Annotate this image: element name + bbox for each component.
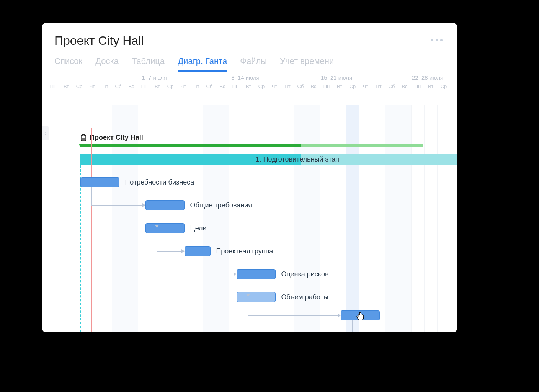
day-header: Чт xyxy=(177,83,190,89)
task-bar[interactable] xyxy=(237,292,276,302)
day-header: Ср xyxy=(346,83,359,89)
page-title: Проект City Hall xyxy=(54,34,144,48)
header: Проект City Hall xyxy=(42,23,457,48)
day-header: Пн xyxy=(320,83,333,89)
day-header: Ср xyxy=(437,83,450,89)
day-header: Вс xyxy=(125,83,138,89)
task-label: Цели xyxy=(190,223,206,233)
task-label: Объем работы xyxy=(281,292,328,302)
day-header: Ср xyxy=(255,83,268,89)
project-window: Проект City Hall Список Доска Таблица Ди… xyxy=(42,23,457,332)
day-header: Вс xyxy=(307,83,320,89)
tab-files[interactable]: Файлы xyxy=(240,56,267,72)
tab-table[interactable]: Таблица xyxy=(132,56,165,72)
day-header: Чт xyxy=(359,83,372,89)
day-header: Пт xyxy=(190,83,203,89)
task-bar[interactable] xyxy=(145,223,185,233)
clipboard-icon xyxy=(80,134,87,141)
task-bar[interactable] xyxy=(145,200,185,210)
task-label: Проектная группа xyxy=(216,246,273,256)
day-header: Пн xyxy=(411,83,424,89)
project-row[interactable]: Проект City Hall xyxy=(80,134,143,142)
svg-rect-1 xyxy=(82,134,85,136)
day-header: Ср xyxy=(164,83,177,89)
chevron-right-icon: › xyxy=(45,130,47,136)
day-header: Сб xyxy=(112,83,125,89)
tab-time[interactable]: Учет времени xyxy=(280,56,334,72)
week-header: 8–14 июля xyxy=(200,74,291,81)
day-header: Пт xyxy=(99,83,112,89)
phase-bar[interactable]: 1. Подготовительный этап xyxy=(80,154,457,165)
more-menu[interactable] xyxy=(431,34,445,41)
project-summary-bar[interactable] xyxy=(80,144,423,147)
view-tabs: Список Доска Таблица Диагр. Ганта Файлы … xyxy=(42,48,457,72)
day-header: Вс xyxy=(398,83,411,89)
tab-gantt[interactable]: Диагр. Ганта xyxy=(178,56,227,72)
task-bar[interactable] xyxy=(185,246,211,256)
day-header: Пт xyxy=(281,83,294,89)
task-label: Общие требования xyxy=(190,200,252,210)
today-marker xyxy=(91,128,92,332)
phase-label: 1. Подготовительный этап xyxy=(251,154,339,165)
task-bar[interactable] xyxy=(80,177,119,187)
day-header: Чт xyxy=(268,83,281,89)
timeline-header: 1–7 июля8–14 июля15–21 июля22–28 июля Пн… xyxy=(42,72,457,95)
week-header: 22–28 июля xyxy=(382,74,457,81)
task-label: Оценка рисков xyxy=(281,269,328,279)
day-header: Вт xyxy=(333,83,346,89)
week-header: 1–7 июля xyxy=(109,74,200,81)
day-header: Ср xyxy=(73,83,86,89)
day-header: Вт xyxy=(242,83,255,89)
day-header: Сб xyxy=(385,83,398,89)
day-header: Сб xyxy=(203,83,216,89)
day-header: Вт xyxy=(424,83,437,89)
day-header: Сб xyxy=(294,83,307,89)
gantt-chart[interactable]: Проект City Hall 1. Подготовительный эта… xyxy=(47,128,457,332)
day-header: Пт xyxy=(372,83,385,89)
tab-board[interactable]: Доска xyxy=(95,56,119,72)
day-header: Пн xyxy=(229,83,242,89)
project-name: Проект City Hall xyxy=(90,134,143,142)
day-header: Чт xyxy=(86,83,99,89)
day-header: Вс xyxy=(216,83,229,89)
task-label: Потребности бизнеса xyxy=(125,177,194,187)
week-header: 15–21 июля xyxy=(291,74,382,81)
day-header: Вт xyxy=(151,83,164,89)
task-bar[interactable] xyxy=(237,269,276,279)
day-header: Вт xyxy=(60,83,73,89)
tab-list[interactable]: Список xyxy=(54,56,82,72)
day-header: Пн xyxy=(47,83,60,89)
day-header: Пн xyxy=(138,83,151,89)
grab-cursor-icon xyxy=(355,310,366,321)
